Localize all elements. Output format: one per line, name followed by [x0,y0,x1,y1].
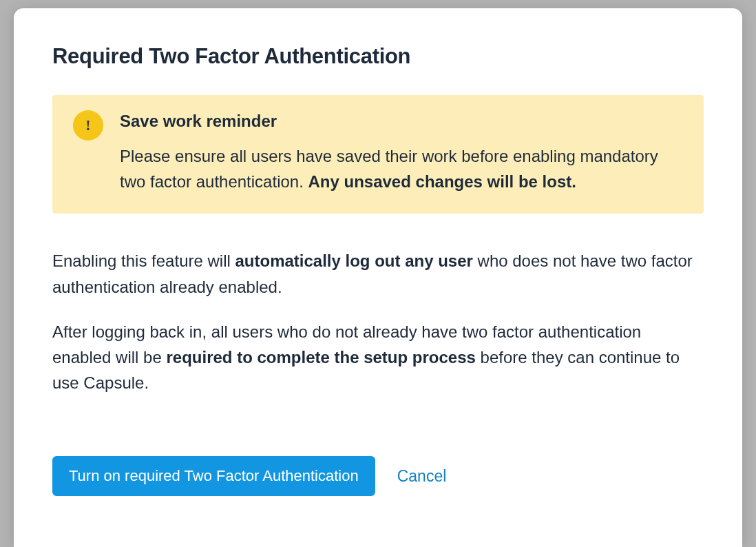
p1-prefix: Enabling this feature will [52,251,235,270]
modal-actions: Turn on required Two Factor Authenticati… [52,456,704,496]
modal-title: Required Two Factor Authentication [52,44,704,69]
paragraph-2: After logging back in, all users who do … [52,319,704,396]
warning-icon: ! [73,110,103,141]
alert-body-bold: Any unsaved changes will be lost. [308,172,576,191]
two-factor-modal: Required Two Factor Authentication ! Sav… [14,8,742,547]
exclamation-glyph: ! [85,118,90,133]
alert-content: Save work reminder Please ensure all use… [120,112,683,194]
confirm-button[interactable]: Turn on required Two Factor Authenticati… [52,456,375,496]
alert-title: Save work reminder [120,112,683,131]
alert-body: Please ensure all users have saved their… [120,143,683,194]
save-work-alert: ! Save work reminder Please ensure all u… [52,95,704,214]
p1-bold: automatically log out any user [235,251,472,270]
p2-bold: required to complete the setup process [166,348,475,367]
paragraph-1: Enabling this feature will automatically… [52,248,704,299]
cancel-button[interactable]: Cancel [397,467,447,486]
